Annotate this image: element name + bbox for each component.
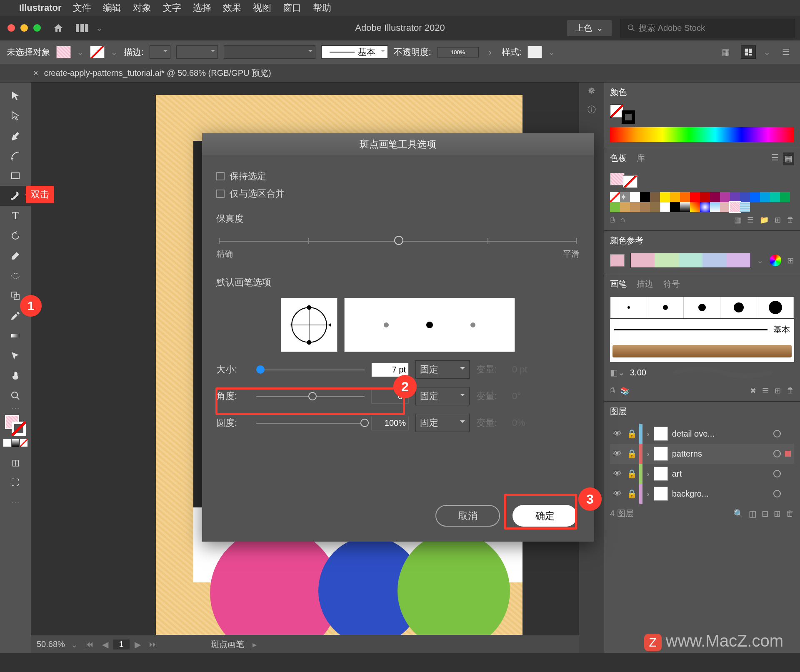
menu-edit[interactable]: 编辑 — [103, 2, 121, 14]
selection-tool[interactable] — [0, 86, 31, 106]
swatch-grid[interactable]: ✦ — [610, 192, 794, 212]
menu-effect[interactable]: 效果 — [223, 2, 241, 14]
stroke-indicator[interactable] — [12, 422, 26, 436]
layer-new-icon[interactable]: ⊞ — [774, 509, 781, 519]
menu-view[interactable]: 视图 — [253, 2, 271, 14]
brush-size-list[interactable] — [610, 296, 794, 319]
maximize-window-button[interactable] — [33, 24, 41, 32]
layer-row[interactable]: 👁 🔒 › art — [610, 464, 794, 484]
eraser-tool[interactable] — [0, 246, 31, 266]
pen-tool[interactable] — [0, 126, 31, 146]
layer-clip-icon[interactable]: ◫ — [749, 509, 757, 519]
fidelity-slider[interactable] — [219, 237, 577, 244]
layer-row[interactable]: 👁 🔒 › detail ove... — [610, 424, 794, 444]
layer-sublayer-icon[interactable]: ⊟ — [762, 509, 769, 519]
direct-selection-tool[interactable] — [0, 106, 31, 126]
target-icon[interactable] — [773, 470, 781, 477]
swatch-list-view-icon[interactable]: ☰ — [771, 152, 779, 165]
color-mode-toggle[interactable] — [3, 439, 28, 447]
lock-icon[interactable]: 🔒 — [627, 489, 635, 499]
layer-name[interactable]: backgro... — [672, 489, 769, 499]
minimize-window-button[interactable] — [20, 24, 28, 32]
document-tab[interactable]: create-apply-patterns_tutorial.ai* @ 50.… — [44, 67, 271, 79]
arrange-documents-icon[interactable] — [76, 24, 88, 32]
nav-first[interactable]: ⏮ — [82, 640, 97, 650]
layer-name[interactable]: art — [672, 469, 769, 479]
nav-next[interactable]: ▶ — [131, 640, 144, 650]
swatch-current-stroke[interactable] — [623, 175, 638, 188]
swatch-delete-icon[interactable]: 🗑 — [787, 215, 794, 225]
doc-setup-icon[interactable]: ▦ — [718, 45, 733, 59]
properties-icon[interactable]: ☸ — [588, 86, 595, 96]
fill-swatch[interactable] — [56, 46, 71, 58]
swatch-lib-icon[interactable]: ⎙ — [610, 215, 615, 225]
menu-select[interactable]: 选择 — [193, 2, 211, 14]
layer-delete-icon[interactable]: 🗑 — [786, 509, 794, 519]
layer-name[interactable]: patterns — [672, 449, 769, 459]
prefs-icon[interactable]: ☰ — [778, 45, 793, 59]
swatch-options-icon[interactable]: ☰ — [747, 215, 754, 225]
stroke-weight-dropdown[interactable] — [150, 45, 170, 59]
text-wrap-tool[interactable] — [0, 266, 31, 286]
rotate-tool[interactable] — [0, 226, 31, 246]
roundness-slider[interactable] — [256, 421, 365, 425]
cancel-button[interactable]: 取消 — [435, 505, 500, 527]
tab-symbols[interactable]: 符号 — [663, 278, 680, 291]
info-icon[interactable]: ⓘ — [588, 104, 596, 115]
visibility-icon[interactable]: 👁 — [613, 429, 622, 439]
fill-stroke-control[interactable] — [5, 415, 26, 436]
tab-brushes[interactable]: 画笔 — [610, 278, 627, 291]
menu-type[interactable]: 文字 — [163, 2, 181, 14]
graphic-style-swatch[interactable] — [528, 46, 542, 58]
type-tool[interactable]: T — [0, 206, 31, 226]
size-mode-dropdown[interactable]: 固定 — [415, 360, 470, 379]
close-tab-icon[interactable]: × — [33, 68, 38, 78]
color-wheel-icon[interactable] — [770, 255, 781, 266]
guide-options-icon[interactable]: ⊞ — [787, 255, 794, 265]
tab-library[interactable]: 库 — [637, 152, 645, 165]
stroke-width-value[interactable]: 3.00 — [630, 368, 646, 377]
menu-window[interactable]: 窗口 — [283, 2, 301, 14]
opacity-input[interactable] — [437, 47, 479, 57]
stroke-width-picker[interactable]: ◧⌄ — [610, 367, 625, 377]
keep-selected-checkbox[interactable]: 保持选定 — [216, 170, 580, 182]
brush-lib-icon[interactable]: ⎙ — [610, 386, 615, 395]
color-spectrum[interactable] — [610, 127, 794, 142]
nav-last[interactable]: ⏭ — [146, 640, 161, 650]
zoom-level[interactable]: 50.68% — [31, 640, 71, 649]
swatch-kind-icon[interactable]: ▦ — [734, 215, 741, 225]
target-icon[interactable] — [773, 490, 781, 497]
edit-toolbar[interactable]: ⋯ — [0, 492, 31, 512]
opacity-flyout[interactable]: › — [485, 47, 496, 57]
search-stock-input[interactable]: 搜索 Adobe Stock — [620, 19, 795, 37]
lock-icon[interactable]: 🔒 — [627, 469, 635, 479]
lock-icon[interactable]: 🔒 — [627, 429, 635, 439]
workspace-switcher[interactable]: 上色⌄ — [567, 20, 612, 36]
tool-flyout[interactable]: ▸ — [252, 640, 257, 650]
layer-row[interactable]: 👁 🔒 › backgro... — [610, 484, 794, 504]
merge-selection-checkbox[interactable]: 仅与选区合并 — [216, 187, 580, 200]
layer-name[interactable]: detail ove... — [672, 429, 769, 439]
swatch-current-fill[interactable] — [610, 173, 625, 185]
swatch-grid-view-icon[interactable]: ▦ — [783, 152, 794, 165]
menu-file[interactable]: 文件 — [73, 2, 91, 14]
align-icon[interactable] — [741, 45, 756, 59]
menu-object[interactable]: 对象 — [133, 2, 151, 14]
layer-row[interactable]: 👁 🔒 › patterns — [610, 444, 794, 464]
tab-color-guide[interactable]: 颜色参考 — [610, 235, 643, 248]
expand-icon[interactable]: › — [647, 449, 650, 459]
panel-fill-stroke[interactable] — [610, 105, 635, 124]
visibility-icon[interactable]: 👁 — [613, 469, 622, 479]
stroke-style-dropdown[interactable]: 基本 — [321, 45, 388, 59]
swatch-group-icon[interactable]: 📁 — [760, 215, 769, 225]
slice-tool[interactable] — [0, 346, 31, 366]
menu-help[interactable]: 帮助 — [313, 2, 331, 14]
layer-locate-icon[interactable]: 🔍 — [733, 509, 744, 519]
size-slider[interactable] — [256, 367, 365, 372]
swatch-menu-icon[interactable]: ⌂ — [620, 215, 625, 225]
brush-libs-icon[interactable]: 📚 — [620, 386, 630, 395]
brush-def-dropdown[interactable] — [224, 45, 315, 59]
roundness-input[interactable] — [371, 416, 409, 430]
rectangle-tool[interactable] — [0, 166, 31, 186]
target-icon[interactable] — [773, 430, 781, 437]
